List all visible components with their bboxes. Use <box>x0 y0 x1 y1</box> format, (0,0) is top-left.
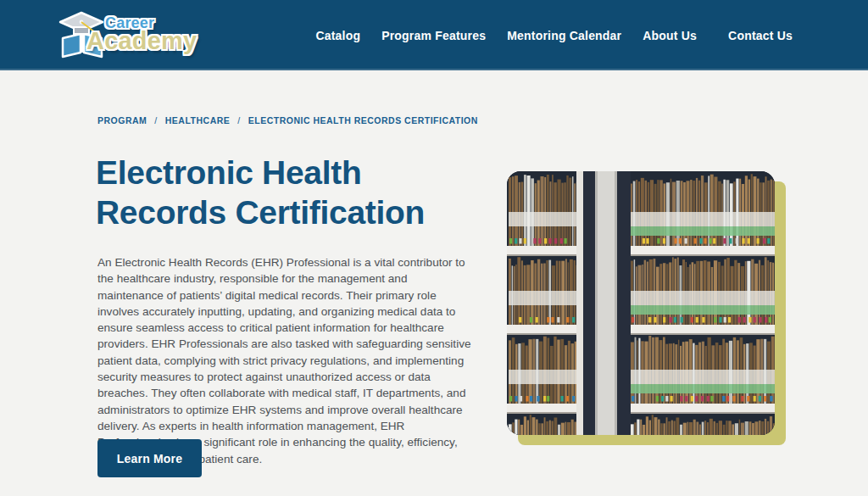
breadcrumb: PROGRAM / HEALTHCARE / ELECTRONIC HEALTH… <box>97 115 478 125</box>
career-academy-logo[interactable]: Career Academy <box>56 6 196 64</box>
page-title: Electronic Health Records Certification <box>96 153 487 232</box>
learn-more-button[interactable]: Learn More <box>97 439 202 477</box>
breadcrumb-program[interactable]: PROGRAM <box>97 115 147 125</box>
breadcrumb-healthcare[interactable]: HEALTHCARE <box>165 115 231 125</box>
nav-item-contact-us[interactable]: Contact Us <box>728 29 793 42</box>
breadcrumb-separator: / <box>154 115 157 125</box>
nav-item-catalog[interactable]: Catalog <box>315 29 360 42</box>
breadcrumb-current-page: ELECTRONIC HEALTH RECORDS CERTIFICATION <box>248 115 478 125</box>
file-shelves-illustration <box>507 171 775 435</box>
nav-item-mentoring-calendar[interactable]: Mentoring Calendar <box>507 29 621 42</box>
medical-records-shelves-photo <box>507 171 775 435</box>
logo-text-academy: Academy <box>86 27 197 55</box>
main-nav: Catalog Program Features Mentoring Calen… <box>315 0 793 70</box>
page: Career Academy Catalog Program Features … <box>0 0 868 496</box>
hero-image-block <box>507 171 775 435</box>
top-navigation-bar: Career Academy Catalog Program Features … <box>0 0 868 70</box>
program-description: An Electronic Health Records (EHR) Profe… <box>97 254 476 467</box>
nav-item-program-features[interactable]: Program Features <box>381 29 486 42</box>
breadcrumb-separator: / <box>237 115 240 125</box>
nav-item-about-us[interactable]: About Us <box>643 29 697 42</box>
